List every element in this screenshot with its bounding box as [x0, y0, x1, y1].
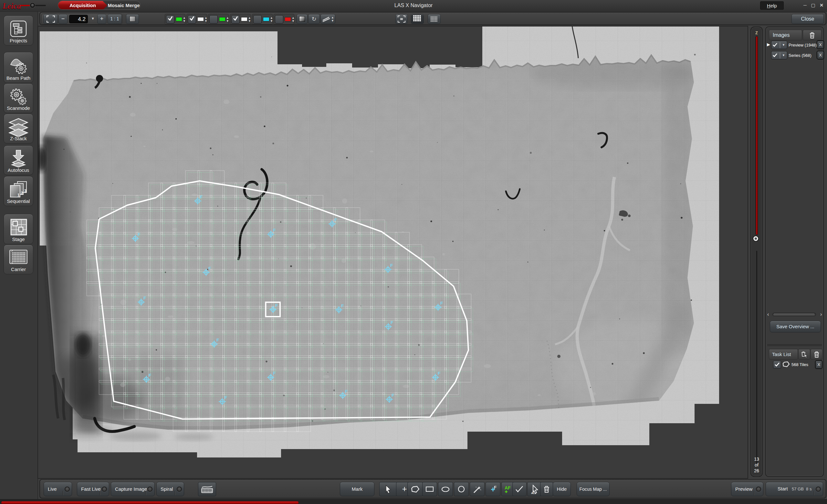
svg-text:F: F: [216, 338, 219, 343]
svg-text:F: F: [391, 320, 393, 325]
svg-text:F: F: [440, 301, 443, 306]
svg-text:F: F: [273, 228, 276, 233]
svg-text:F: F: [334, 217, 337, 222]
svg-text:F: F: [392, 393, 394, 398]
svg-text:F: F: [494, 485, 496, 490]
svg-text:1: 1: [17, 193, 20, 197]
svg-text:3: 3: [24, 189, 27, 193]
svg-text:AF: AF: [504, 485, 511, 491]
svg-text:F: F: [138, 232, 140, 237]
svg-text:ALL: ALL: [531, 492, 536, 494]
svg-text:F: F: [345, 389, 348, 394]
svg-text:F: F: [273, 371, 276, 376]
svg-text:F: F: [275, 303, 278, 308]
svg-text:F: F: [438, 371, 440, 376]
svg-text:F: F: [149, 373, 151, 378]
svg-text:F: F: [225, 395, 227, 400]
svg-text:2: 2: [21, 191, 23, 196]
svg-text:F: F: [143, 296, 146, 300]
svg-text:F: F: [390, 263, 393, 268]
svg-text:F: F: [200, 195, 202, 199]
svg-text:F: F: [208, 266, 211, 271]
svg-text:F: F: [341, 303, 344, 308]
